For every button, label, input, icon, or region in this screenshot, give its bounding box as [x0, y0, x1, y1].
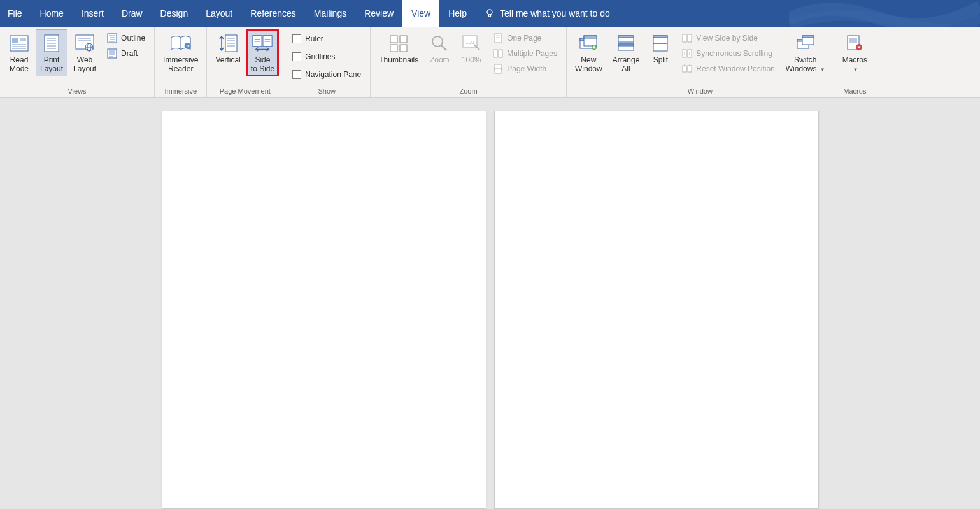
- draft-label: Draft: [121, 49, 138, 58]
- print-layout-icon: [41, 32, 62, 54]
- split-button[interactable]: Split: [645, 29, 676, 68]
- read-mode-button[interactable]: Read Mode: [4, 29, 34, 76]
- draft-button[interactable]: Draft: [106, 47, 146, 60]
- svg-rect-3: [12, 38, 18, 43]
- thumbnails-icon: [388, 32, 409, 54]
- macros-button[interactable]: Macros▼: [838, 29, 872, 78]
- svg-rect-49: [400, 36, 407, 43]
- svg-rect-75: [653, 36, 667, 38]
- tab-view[interactable]: View: [402, 0, 439, 27]
- multiple-pages-label: Multiple Pages: [507, 49, 557, 58]
- switch-windows-label: Switch Windows ▼: [786, 55, 825, 75]
- immersive-reader-icon: [170, 32, 192, 54]
- svg-rect-86: [802, 36, 814, 38]
- side-to-side-button[interactable]: Side to Side: [246, 29, 279, 76]
- svg-rect-51: [400, 45, 407, 52]
- sync-scroll-button: Synchronous Scrolling: [681, 47, 776, 60]
- document-page-1[interactable]: [162, 111, 486, 509]
- ruler-label: Ruler: [305, 34, 323, 43]
- svg-rect-82: [688, 66, 692, 72]
- tab-file[interactable]: File: [0, 0, 31, 27]
- thumbnails-label: Thumbnails: [379, 55, 418, 64]
- group-immersive: Immersive Reader Immersive: [155, 27, 207, 97]
- page-width-button: Page Width: [492, 62, 558, 75]
- ribbon: Read Mode Print Layout Web Layout: [0, 27, 980, 98]
- split-icon: [650, 32, 671, 54]
- group-zoom: Thumbnails Zoom 100 100% One Pa: [371, 27, 567, 97]
- group-page-movement: Vertical Side to Side Page Movement: [207, 27, 283, 97]
- web-layout-icon: [74, 32, 96, 54]
- arrange-all-label: Arrange All: [613, 55, 640, 73]
- svg-point-52: [432, 36, 443, 47]
- reset-window-position-button: Reset Window Position: [681, 62, 776, 75]
- group-zoom-label: Zoom: [374, 86, 562, 97]
- menu-tabs: File Home Insert Draw Design Layout Refe…: [0, 0, 476, 27]
- web-layout-button[interactable]: Web Layout: [69, 29, 101, 76]
- svg-rect-73: [618, 44, 634, 46]
- immersive-reader-button[interactable]: Immersive Reader: [159, 29, 202, 76]
- new-window-icon: [578, 32, 599, 54]
- tab-references[interactable]: References: [241, 0, 305, 27]
- switch-windows-button[interactable]: Switch Windows ▼: [781, 29, 830, 78]
- tab-layout[interactable]: Layout: [197, 0, 241, 27]
- checkbox-icon: [292, 70, 301, 79]
- document-page-2[interactable]: [494, 111, 819, 509]
- group-page-movement-label: Page Movement: [211, 86, 279, 97]
- one-page-label: One Page: [507, 34, 541, 43]
- sync-scroll-icon: [682, 48, 692, 59]
- print-layout-button[interactable]: Print Layout: [36, 29, 67, 76]
- tell-me-label: Tell me what you want to do: [500, 8, 610, 18]
- svg-point-0: [487, 10, 492, 15]
- draft-icon: [107, 48, 117, 59]
- page-width-icon: [493, 64, 503, 74]
- page-width-label: Page Width: [507, 64, 546, 73]
- menu-bar: File Home Insert Draw Design Layout Refe…: [0, 0, 980, 27]
- zoom-button: Zoom: [424, 29, 455, 68]
- tab-draw[interactable]: Draw: [113, 0, 152, 27]
- split-label: Split: [653, 55, 668, 64]
- group-views: Read Mode Print Layout Web Layout: [0, 27, 155, 97]
- tell-me-search[interactable]: Tell me what you want to do: [476, 0, 619, 27]
- tab-mailings[interactable]: Mailings: [305, 0, 355, 27]
- group-window-label: Window: [571, 86, 830, 97]
- tab-help[interactable]: Help: [439, 0, 476, 27]
- side-by-side-icon: [682, 33, 692, 43]
- svg-line-53: [441, 45, 446, 50]
- zoom-icon: [429, 32, 450, 54]
- read-mode-icon: [8, 32, 30, 54]
- svg-rect-66: [584, 36, 597, 38]
- svg-rect-40: [263, 36, 272, 47]
- hundred-percent-label: 100%: [462, 55, 481, 64]
- new-window-button[interactable]: New Window: [571, 29, 607, 76]
- svg-text:100: 100: [466, 39, 475, 45]
- zoom-label: Zoom: [430, 55, 450, 64]
- svg-rect-77: [683, 34, 686, 42]
- arrange-all-icon: [615, 32, 637, 54]
- tab-review[interactable]: Review: [355, 0, 402, 27]
- hundred-percent-button: 100 100%: [456, 29, 486, 68]
- checkbox-icon: [292, 34, 301, 43]
- tab-design[interactable]: Design: [152, 0, 197, 27]
- group-macros: Macros▼ Macros: [834, 27, 876, 97]
- svg-rect-59: [494, 50, 497, 57]
- outline-button[interactable]: Outline: [106, 32, 146, 45]
- gridlines-checkbox[interactable]: Gridlines: [291, 51, 362, 62]
- navigation-pane-checkbox[interactable]: Navigation Pane: [291, 69, 362, 80]
- vertical-button[interactable]: Vertical: [211, 29, 245, 68]
- group-window: New Window Arrange All Split V: [567, 27, 834, 97]
- immersive-reader-label: Immersive Reader: [163, 55, 198, 73]
- ruler-checkbox[interactable]: Ruler: [291, 33, 362, 45]
- thumbnails-button[interactable]: Thumbnails: [374, 29, 423, 68]
- group-views-label: Views: [4, 86, 150, 97]
- svg-rect-39: [253, 36, 262, 47]
- svg-rect-81: [683, 66, 686, 72]
- tab-insert[interactable]: Insert: [73, 0, 113, 27]
- multiple-pages-icon: [493, 48, 503, 59]
- view-side-by-side-label: View Side by Side: [696, 34, 758, 43]
- navigation-pane-label: Navigation Pane: [305, 70, 361, 79]
- tab-home[interactable]: Home: [31, 0, 73, 27]
- new-window-label: New Window: [575, 55, 602, 73]
- arrange-all-button[interactable]: Arrange All: [608, 29, 644, 76]
- macros-icon: [844, 32, 865, 54]
- side-to-side-icon: [252, 32, 273, 54]
